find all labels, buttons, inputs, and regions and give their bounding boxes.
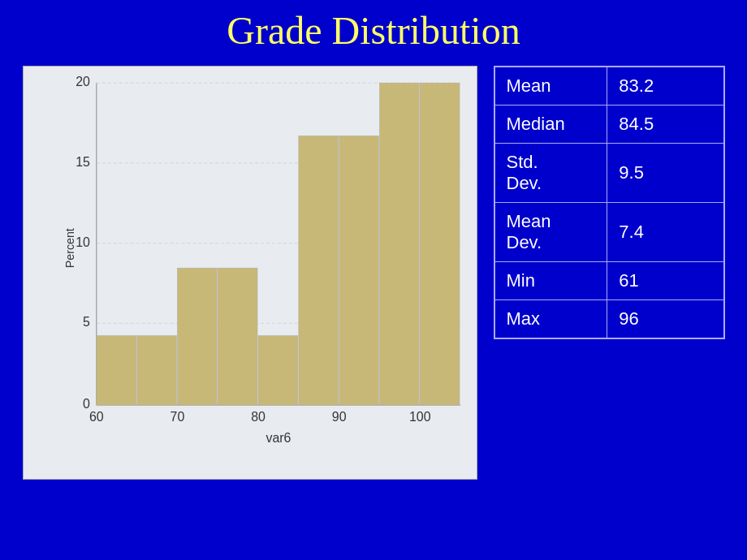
stats-label: Mean (494, 67, 607, 106)
stats-value: 84.5 (607, 106, 724, 144)
histogram-container: 20 15 10 5 0 Percent 60 70 80 90 100 (23, 66, 477, 480)
svg-text:15: 15 (76, 154, 90, 169)
page-container: Grade Distribution 20 15 (0, 0, 747, 560)
svg-text:60: 60 (89, 409, 103, 424)
svg-text:100: 100 (408, 409, 430, 424)
stats-table: Mean83.2Median84.5Std.Dev.9.5MeanDev.7.4… (494, 66, 725, 339)
svg-rect-19 (96, 336, 136, 405)
svg-rect-20 (136, 336, 176, 405)
svg-text:80: 80 (251, 409, 266, 424)
svg-rect-25 (339, 136, 378, 405)
svg-text:5: 5 (83, 314, 90, 329)
stats-value: 7.4 (607, 203, 724, 262)
svg-text:Percent: Percent (64, 228, 76, 268)
svg-text:90: 90 (331, 409, 346, 424)
stats-value: 61 (607, 262, 724, 300)
svg-text:10: 10 (76, 235, 90, 249)
stats-label: Max (494, 300, 607, 339)
histogram-svg: 20 15 10 5 0 Percent 60 70 80 90 100 (64, 75, 468, 446)
stats-label: Median (494, 106, 607, 144)
svg-rect-21 (177, 268, 217, 405)
stats-label: MeanDev. (494, 203, 607, 262)
stats-value: 83.2 (607, 67, 724, 106)
stats-value: 9.5 (607, 144, 724, 203)
svg-rect-24 (298, 136, 338, 405)
svg-text:70: 70 (170, 409, 184, 424)
content-area: 20 15 10 5 0 Percent 60 70 80 90 100 (16, 66, 731, 480)
page-title: Grade Distribution (227, 8, 520, 53)
stats-label: Std.Dev. (494, 144, 607, 203)
svg-rect-22 (218, 268, 257, 405)
stats-value: 96 (607, 300, 724, 339)
svg-rect-23 (258, 336, 298, 405)
stats-label: Min (494, 262, 607, 300)
svg-rect-26 (379, 83, 419, 405)
svg-rect-27 (420, 83, 460, 405)
svg-text:20: 20 (76, 75, 90, 88)
svg-text:var6: var6 (266, 430, 291, 445)
